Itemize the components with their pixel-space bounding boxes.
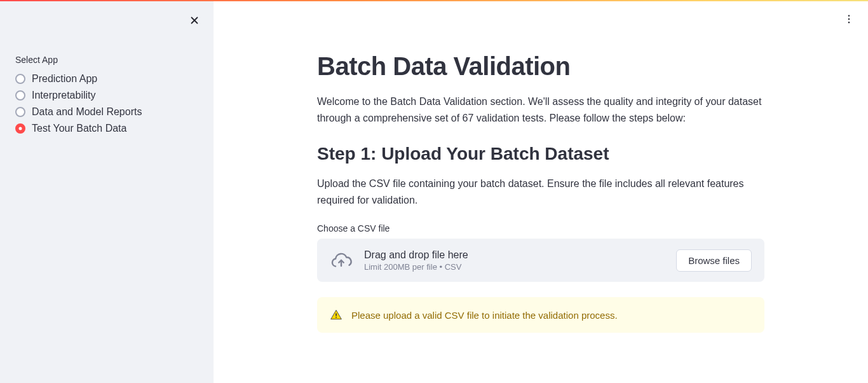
radio-circle-icon (15, 74, 25, 84)
warning-box: Please upload a valid CSV file to initia… (317, 297, 764, 333)
warning-text: Please upload a valid CSV file to initia… (351, 310, 618, 321)
radio-interpretability[interactable]: Interpretability (15, 89, 198, 102)
radio-circle-icon (15, 107, 25, 117)
radio-data-model-reports[interactable]: Data and Model Reports (15, 106, 198, 118)
svg-point-4 (848, 22, 850, 23)
svg-point-2 (848, 15, 850, 17)
radio-circle-icon (15, 123, 25, 134)
step1-title: Step 1: Upload Your Batch Dataset (317, 144, 764, 164)
cloud-upload-icon (330, 249, 353, 272)
sidebar-group-label: Select App (15, 55, 198, 65)
browse-files-button[interactable]: Browse files (676, 249, 752, 272)
radio-label: Test Your Batch Data (32, 123, 126, 134)
content-container: Batch Data Validation Welcome to the Bat… (317, 1, 764, 358)
kebab-menu-icon (843, 13, 855, 25)
close-icon (189, 15, 200, 26)
app-layout: Select App Prediction App Interpretabili… (0, 1, 868, 383)
svg-rect-6 (336, 317, 337, 318)
svg-rect-5 (336, 314, 337, 316)
radio-label: Data and Model Reports (32, 106, 142, 118)
radio-label: Interpretability (32, 90, 96, 101)
close-sidebar-button[interactable] (186, 11, 203, 29)
app-radio-group: Prediction App Interpretability Data and… (15, 73, 198, 135)
svg-point-3 (848, 18, 850, 20)
step1-description: Upload the CSV file containing your batc… (317, 176, 764, 208)
radio-test-batch-data[interactable]: Test Your Batch Data (15, 122, 198, 135)
sidebar: Select App Prediction App Interpretabili… (0, 1, 214, 383)
radio-prediction-app[interactable]: Prediction App (15, 73, 198, 85)
page-title: Batch Data Validation (317, 52, 764, 81)
file-uploader-dropzone[interactable]: Drag and drop file here Limit 200MB per … (317, 239, 764, 282)
uploader-text-block: Drag and drop file here Limit 200MB per … (364, 249, 665, 272)
warning-triangle-icon (330, 309, 342, 321)
uploader-sub-text: Limit 200MB per file • CSV (364, 262, 665, 272)
app-menu-button[interactable] (840, 10, 858, 28)
uploader-main-text: Drag and drop file here (364, 249, 665, 261)
radio-circle-icon (15, 90, 25, 101)
file-uploader-label: Choose a CSV file (317, 223, 764, 233)
main-panel: Batch Data Validation Welcome to the Bat… (214, 1, 868, 383)
radio-label: Prediction App (32, 73, 97, 85)
intro-text: Welcome to the Batch Data Validation sec… (317, 94, 764, 126)
